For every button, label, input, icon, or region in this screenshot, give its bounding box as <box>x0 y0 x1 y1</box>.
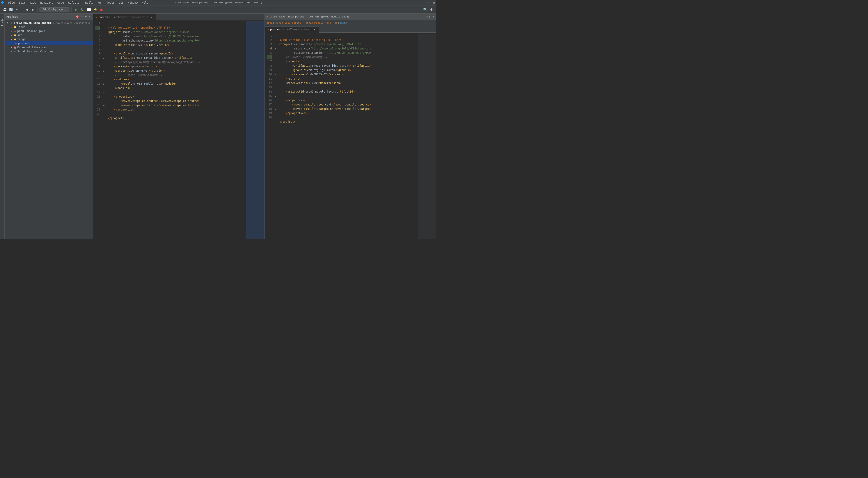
right-minimap <box>418 34 436 239</box>
menu-navigate[interactable]: Navigate <box>38 1 55 5</box>
separator-2 <box>37 7 38 12</box>
left-side-tabs: Project Structure Favorites <box>0 13 4 239</box>
tree-src[interactable]: ▶ 📁 src <box>4 33 93 37</box>
right-tab-label: pom.xml <box>270 28 282 31</box>
right-tab-pom[interactable]: m pom.xml ( pro03-module-java ) × <box>265 26 319 33</box>
pro03-label: pro03-module-java <box>17 30 45 33</box>
menu-tools[interactable]: Tools <box>105 1 117 5</box>
app-icon: 🔷 <box>1 1 4 4</box>
toolbar-right: 🔍 ⚙ <box>422 7 434 12</box>
panel-title: Project <box>6 15 18 19</box>
root-module-icon: m <box>10 21 13 25</box>
panel-collapse-btn[interactable]: ≡ <box>81 15 84 18</box>
toolbar: 💾 🔄 ↩ ◀ ▶ Add Configuration... ▶ 🐛 📊 ⚡ ◼… <box>0 5 436 13</box>
coverage-btn[interactable]: 📊 <box>86 7 92 12</box>
forward-btn[interactable]: ▶ <box>30 7 36 12</box>
right-window-titlebar: m pro02-maven-idea-parent - pom.xml (pro… <box>265 13 436 20</box>
settings-btn[interactable]: ⚙ <box>429 7 434 12</box>
right-code-content: <?xml version="1.0" encoding="UTF-8"?> <… <box>277 34 418 239</box>
debug-btn[interactable]: 🐛 <box>80 7 85 12</box>
menu-code[interactable]: Code <box>56 1 66 5</box>
panel-header: Project 🎯 ≡ ⚙ × <box>4 13 93 20</box>
back-btn[interactable]: ◀ <box>24 7 29 12</box>
right-line-numbers: 1 2 3 4 5 6 7 8 9 10 11 12 13 <box>265 34 274 239</box>
scratch-arrow: ▶ <box>10 50 13 53</box>
src-folder-icon: 📁 <box>13 34 17 37</box>
save-btn[interactable]: 💾 <box>2 7 7 12</box>
run-btn[interactable]: ▶ <box>73 7 79 12</box>
add-config-btn[interactable]: Add Configuration... <box>39 7 69 12</box>
tree-external-libs[interactable]: ▶ 📚 External Libraries <box>4 45 93 49</box>
right-tab-ctx-close: ) <box>310 28 312 31</box>
minimize-btn[interactable]: ─ <box>426 1 428 4</box>
right-tab-maven-icon: m <box>268 28 269 31</box>
window-controls: ─ □ × <box>426 1 435 4</box>
left-code-content: <?xml version="1.0" encoding="UTF-8"?> <… <box>106 21 246 239</box>
left-code-editor[interactable]: 1 2 3 4 5 6 7 8 9 10 11 12 13 <box>93 21 265 239</box>
left-tab-label: pom.xml <box>98 16 110 19</box>
left-tab-bar: m pom.xml ( pro02-maven-idea-parent ) × <box>93 13 265 21</box>
left-tab-close[interactable]: × <box>150 16 153 19</box>
right-win-minimize[interactable]: ─ <box>426 15 428 19</box>
right-breadcrumb-nav: pro02-maven-idea-parent › pro03-module-j… <box>265 20 436 26</box>
idea-label: .idea <box>17 25 25 29</box>
left-tab-context-val: pro02-maven-idea-parent <box>114 16 146 19</box>
panel-hide-btn[interactable]: × <box>88 15 91 18</box>
scratch-icon: ✂ <box>13 50 17 53</box>
right-win-close[interactable]: × <box>433 15 434 19</box>
tree-pom-xml[interactable]: m pom.xml <box>4 41 93 45</box>
target-label: target <box>17 38 27 41</box>
profile-btn[interactable]: ⚡ <box>92 7 98 12</box>
right-bc-sep1: › <box>303 21 304 25</box>
right-tab-bar: m pom.xml ( pro03-module-java ) × <box>265 26 436 33</box>
tree-root[interactable]: ▼ m pro02-maven-idea-parent E:\Maven\Mav… <box>4 21 93 25</box>
maximize-btn[interactable]: □ <box>430 1 431 4</box>
pom-maven-icon: m <box>14 42 18 45</box>
search-toolbar-btn[interactable]: 🔍 <box>422 7 428 12</box>
right-tab-ctx-open: ( <box>283 28 284 31</box>
right-tab-close[interactable]: × <box>313 28 316 31</box>
pom-label: pom.xml <box>18 42 30 45</box>
panel-locate-btn[interactable]: 🎯 <box>75 15 80 18</box>
panel-settings-btn[interactable]: ⚙ <box>85 15 87 18</box>
project-tab-label: Project <box>0 14 4 27</box>
right-gutter: ✓ ⚠ ▶ <box>274 34 277 239</box>
tree-target[interactable]: ▼ 📂 target <box>4 37 93 41</box>
right-bc-file[interactable]: pom.xml <box>338 21 348 24</box>
title-bar-text: pro02-maven-idea-parent – pom.xml (pro02… <box>174 1 262 4</box>
left-tab-pom[interactable]: m pom.xml ( pro02-maven-idea-parent ) × <box>93 14 156 21</box>
sync-btn[interactable]: 🔄 <box>8 7 13 12</box>
right-win-maximize[interactable]: □ <box>430 15 431 19</box>
undo-btn[interactable]: ↩ <box>14 7 20 12</box>
target-folder-icon: 📂 <box>13 38 17 41</box>
menu-help[interactable]: Help <box>140 1 150 5</box>
ext-lib-label: External Libraries <box>17 46 47 49</box>
left-gutter: ✓ ▶ ▶ ▼ <box>102 21 106 239</box>
left-tab-context-close: ) <box>147 16 149 19</box>
project-side-btn[interactable]: Project <box>0 13 4 28</box>
right-bc-child[interactable]: pro03-module-java <box>305 21 331 24</box>
right-code-editor[interactable]: 1 2 3 4 5 6 7 8 9 10 11 12 13 <box>265 33 436 239</box>
tree-pro03[interactable]: ▶ m pro03-module-java <box>4 29 93 33</box>
menu-vcs[interactable]: VCS <box>117 1 126 5</box>
menu-file[interactable]: File <box>6 1 17 5</box>
menu-build[interactable]: Build <box>83 1 95 5</box>
left-line-numbers: 1 2 3 4 5 6 7 8 9 10 11 12 13 <box>93 21 102 239</box>
right-tab-ctx: pro03-module-java <box>286 28 309 31</box>
menu-refactor[interactable]: Refactor <box>66 1 83 5</box>
close-btn[interactable]: × <box>433 1 435 4</box>
tree-idea[interactable]: ▶ 📁 .idea <box>4 25 93 29</box>
menu-edit[interactable]: Edit <box>17 1 27 5</box>
right-bc-maven-icon: m <box>335 22 337 24</box>
tree-scratches[interactable]: ▶ ✂ Scratches and Consoles <box>4 49 93 54</box>
root-label: pro02-maven-idea-parent <box>13 21 51 25</box>
right-bc-sep2: › <box>332 21 334 25</box>
right-bc-parent[interactable]: pro02-maven-idea-parent <box>267 21 301 24</box>
stop-btn[interactable]: ◼ <box>99 7 104 12</box>
menu-run[interactable]: Run <box>96 1 104 5</box>
menu-view[interactable]: View <box>28 1 38 5</box>
menu-window[interactable]: Window <box>126 1 140 5</box>
right-window-maven-icon: m <box>267 15 268 18</box>
root-path: E:\Maven\Maven-workspace\p <box>51 22 90 25</box>
left-minimap <box>246 21 265 239</box>
